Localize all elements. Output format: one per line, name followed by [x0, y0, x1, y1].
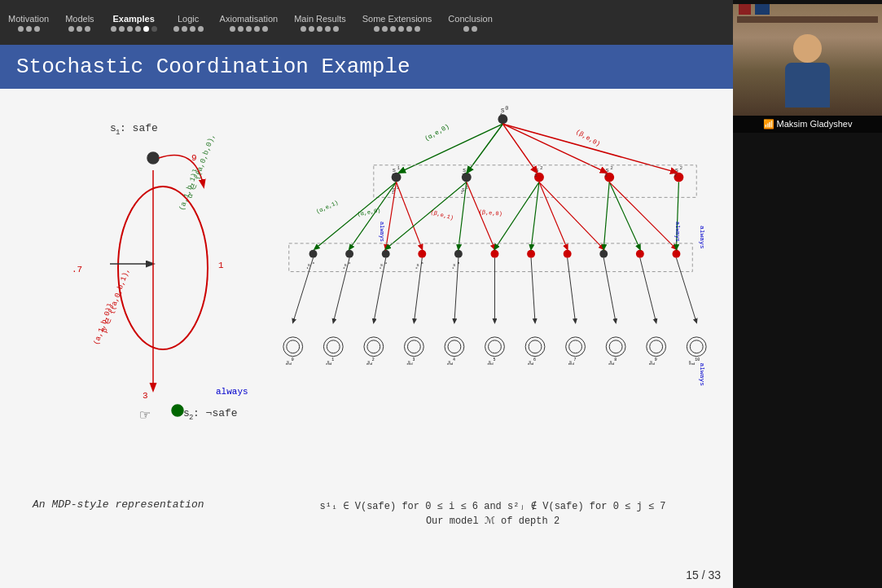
svg-line-68: [349, 182, 396, 249]
video-person: [775, 34, 840, 116]
svg-point-95: [327, 340, 340, 353]
svg-point-60: [454, 250, 463, 258]
svg-point-61: [491, 250, 499, 258]
svg-line-150: [531, 258, 535, 323]
title-bar: Stochastic Coordination Example: [0, 45, 733, 89]
svg-text:(β,e,1): (β,e,1): [430, 208, 454, 221]
svg-text:1: 1: [499, 112, 502, 119]
svg-text:0: 0: [505, 105, 508, 112]
svg-point-125: [569, 340, 582, 353]
svg-point-65: [636, 250, 644, 258]
svg-text:2: 2: [610, 165, 613, 171]
svg-text:2: 2: [462, 173, 465, 178]
svg-line-71: [386, 182, 467, 249]
svg-text:always: always: [699, 226, 706, 249]
nav-examples[interactable]: Examples: [111, 14, 157, 32]
shelf-decoration: [737, 16, 878, 23]
svg-text:end: end: [366, 363, 373, 366]
svg-text:0: 0: [292, 358, 294, 362]
signal-icon: 📶: [763, 119, 774, 129]
svg-text:(α,e,0): (α,e,0): [423, 122, 450, 142]
svg-point-135: [650, 340, 663, 353]
svg-text:always: always: [674, 222, 681, 242]
svg-point-115: [489, 340, 502, 353]
svg-text:end: end: [568, 363, 575, 366]
nav-some-extensions[interactable]: Some Extensions: [362, 14, 432, 32]
svg-text:3: 3: [412, 358, 415, 362]
right-caption: s¹ᵢ ∈ V(safe) for 0 ≤ i ≤ 6 and s²ⱼ ∉ V(…: [269, 500, 717, 527]
svg-text:2: 2: [674, 173, 677, 178]
svg-text:end: end: [528, 363, 534, 366]
page-number: 15 / 33: [686, 568, 721, 581]
svg-text:end: end: [326, 363, 332, 366]
slide-content: s 1 : safe 9 .7 1: [0, 89, 733, 588]
svg-point-105: [407, 340, 420, 353]
nav-conclusion[interactable]: Conclusion: [448, 14, 492, 32]
left-caption: An MDP-style representation: [33, 498, 204, 511]
svg-line-77: [539, 182, 603, 249]
video-feed: [733, 4, 882, 116]
svg-text:9: 9: [191, 153, 197, 163]
svg-line-151: [568, 258, 576, 323]
left-diagram: s 1 : safe 9 .7 1: [33, 105, 261, 447]
svg-point-57: [345, 250, 353, 258]
svg-text:always: always: [379, 222, 385, 242]
svg-line-76: [539, 182, 568, 249]
svg-text:1: 1: [331, 358, 334, 362]
svg-text:5: 5: [493, 358, 495, 362]
nav-main-results[interactable]: Main Results: [294, 14, 346, 32]
right-diagram-svg: s 0 1 s 1 1 s 1 2 s 2 1: [269, 93, 717, 459]
svg-text:: safe: : safe: [120, 122, 158, 134]
svg-line-145: [333, 258, 349, 323]
svg-point-66: [672, 250, 680, 258]
svg-text:.7: .7: [72, 265, 82, 274]
nav-models[interactable]: Models: [65, 14, 94, 32]
speaker-name: 📶 Maksim Gladyshev: [733, 116, 882, 133]
svg-text:end: end: [608, 363, 615, 366]
svg-line-44: [502, 124, 537, 172]
svg-text:end: end: [447, 363, 454, 366]
svg-text:6: 6: [533, 358, 536, 362]
person-body: [785, 63, 830, 108]
svg-line-70: [397, 182, 423, 249]
svg-text:always: always: [699, 363, 706, 387]
svg-text:end: end: [488, 363, 494, 366]
svg-line-153: [640, 258, 656, 323]
right-caption-line2: Our model ℳ of depth 2: [269, 515, 717, 527]
nav-logic[interactable]: Logic: [173, 14, 204, 32]
svg-text:9: 9: [655, 358, 657, 362]
right-diagram: s 0 1 s 1 1 s 1 2 s 2 1: [269, 93, 717, 459]
svg-text:(α,e,0): (α,e,0): [357, 207, 381, 217]
person-head: [793, 34, 822, 63]
svg-point-9: [172, 405, 183, 416]
svg-text:3: 3: [143, 391, 148, 401]
cursor-icon: ☞: [140, 405, 150, 425]
svg-text:1: 1: [534, 173, 538, 178]
svg-point-100: [367, 340, 380, 353]
svg-point-5: [118, 186, 208, 349]
left-diagram-svg: s 1 : safe 9 .7 1: [33, 105, 261, 447]
svg-text:2: 2: [349, 261, 351, 265]
svg-text:7: 7: [574, 358, 577, 362]
svg-point-130: [609, 340, 622, 353]
svg-point-120: [529, 340, 542, 353]
svg-text:10: 10: [695, 358, 700, 362]
svg-text:(β,e,0): (β,e,0): [478, 208, 502, 217]
nav-bar: Motivation Models Examples: [0, 0, 733, 45]
svg-text:5: 5: [458, 261, 460, 265]
svg-text:(α,e,1): (α,e,1): [315, 199, 340, 215]
svg-text:end: end: [689, 363, 696, 366]
svg-text:8: 8: [614, 358, 617, 362]
right-caption-line1: s¹ᵢ ∈ V(safe) for 0 ≤ i ≤ 6 and s²ⱼ ∉ V(…: [269, 500, 717, 512]
svg-line-152: [603, 258, 616, 323]
svg-text:2: 2: [461, 191, 463, 195]
nav-motivation[interactable]: Motivation: [8, 14, 49, 32]
svg-text:4: 4: [453, 358, 455, 362]
svg-text:2: 2: [679, 165, 682, 171]
svg-text:2: 2: [604, 173, 608, 178]
svg-point-63: [564, 250, 572, 258]
svg-text:2: 2: [540, 165, 543, 171]
svg-text:3: 3: [313, 261, 315, 265]
svg-text:4: 4: [385, 261, 388, 265]
nav-axiomatisation[interactable]: Axiomatisation: [220, 14, 279, 32]
